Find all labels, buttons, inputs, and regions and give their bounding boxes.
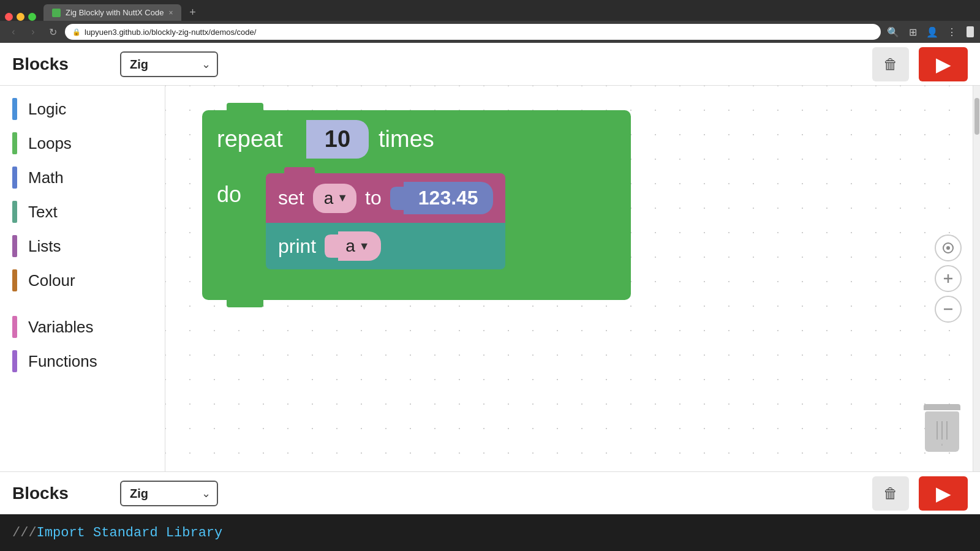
- run-icon: ▶: [936, 53, 951, 76]
- lists-color-bar: [12, 235, 17, 257]
- top-toolbar: Blocks Zig JavaScript Python ⌄ 🗑 ▶: [0, 43, 980, 86]
- language-select[interactable]: Zig JavaScript Python: [120, 51, 218, 77]
- top-blocks-label: Blocks: [12, 54, 110, 74]
- zoom-reset-btn[interactable]: [935, 234, 962, 261]
- code-comment: ///: [12, 525, 37, 541]
- sidebar-item-text[interactable]: Text: [0, 195, 165, 229]
- trash-body-icon: +: [925, 411, 959, 452]
- scrollbar-vertical[interactable]: [973, 86, 980, 471]
- svg-text:+: +: [939, 441, 944, 446]
- code-text: Import Standard Library: [37, 525, 223, 541]
- sidebar-item-functions[interactable]: Functions: [0, 344, 165, 378]
- minus-icon: [942, 303, 954, 315]
- tab-favicon: [52, 9, 61, 17]
- browser-chrome: Zig Blockly with NuttX Code × + ‹ › ↻ 🔒 …: [0, 0, 980, 43]
- print-var-wrapper: a ▼: [325, 231, 380, 261]
- number-value-display[interactable]: 123.45: [404, 182, 493, 214]
- minimize-window-btn[interactable]: [17, 13, 24, 21]
- profile-btn[interactable]: 👤: [925, 24, 940, 39]
- repeat-block[interactable]: repeat 10 times do: [202, 110, 631, 300]
- browser-tab[interactable]: Zig Blockly with NuttX Code ×: [43, 4, 181, 21]
- to-label: to: [365, 187, 382, 209]
- run-button[interactable]: ▶: [919, 47, 968, 81]
- number-connector-left: [390, 187, 404, 210]
- sidebar-item-math[interactable]: Math: [0, 160, 165, 195]
- bottom-language-select-wrapper: Zig JavaScript Python ⌄: [120, 481, 218, 506]
- repeat-label: repeat: [217, 126, 283, 152]
- set-block[interactable]: set a ▼ to: [266, 173, 505, 223]
- app-container: Blocks Zig JavaScript Python ⌄ 🗑 ▶ Logic: [0, 43, 980, 551]
- bottom-toolbar: Blocks Zig JavaScript Python ⌄ 🗑 ▶: [0, 471, 980, 514]
- blocks-canvas: repeat 10 times do: [202, 110, 631, 300]
- sidebar-item-lists[interactable]: Lists: [0, 229, 165, 263]
- set-label: set: [278, 187, 304, 209]
- code-output: /// Import Standard Library: [0, 514, 980, 551]
- forward-btn[interactable]: ›: [26, 24, 40, 39]
- repeat-number-input[interactable]: 10: [306, 120, 369, 159]
- workspace[interactable]: repeat 10 times do: [165, 86, 980, 471]
- sidebar-label-lists: Lists: [28, 237, 61, 256]
- refresh-btn[interactable]: ↻: [45, 24, 60, 39]
- address-bar[interactable]: 🔒 lupyuen3.github.io/blockly-zig-nuttx/d…: [65, 24, 881, 40]
- trash-lines-icon: +: [931, 418, 953, 446]
- search-btn[interactable]: 🔍: [886, 24, 900, 39]
- math-color-bar: [12, 167, 17, 189]
- sidebar-label-math: Math: [28, 168, 64, 187]
- sidebar-item-colour[interactable]: Colour: [0, 263, 165, 298]
- inner-blocks-stack: set a ▼ to: [266, 173, 505, 269]
- var-a-pill[interactable]: a ▼: [313, 184, 356, 213]
- sidebar-item-loops[interactable]: Loops: [0, 126, 165, 160]
- back-btn[interactable]: ‹: [6, 24, 21, 39]
- times-label: times: [379, 126, 434, 152]
- repeat-row: repeat 10 times: [217, 120, 616, 159]
- print-var-label: a: [345, 236, 355, 256]
- maximize-window-btn[interactable]: [28, 13, 36, 21]
- print-label: print: [278, 235, 316, 258]
- zoom-controls: [935, 234, 962, 323]
- menu-btn[interactable]: ⋮: [944, 24, 959, 39]
- workspace-trash[interactable]: +: [922, 404, 962, 453]
- tab-close-btn[interactable]: ×: [168, 9, 173, 17]
- new-tab-btn[interactable]: +: [184, 4, 201, 21]
- language-select-wrapper: Zig JavaScript Python ⌄: [120, 51, 218, 77]
- center-icon: [942, 242, 954, 254]
- var-a-label: a: [324, 189, 334, 208]
- sidebar-label-text: Text: [28, 203, 58, 222]
- sidebar: Logic Loops Math Text Lists Colour: [0, 86, 165, 471]
- do-row: do set a: [217, 173, 616, 269]
- address-text: lupyuen3.github.io/blockly-zig-nuttx/dem…: [85, 28, 256, 37]
- print-var-pill[interactable]: a ▼: [338, 231, 380, 261]
- bottom-trash-button[interactable]: 🗑: [872, 476, 909, 511]
- sidebar-label-logic: Logic: [28, 100, 66, 119]
- trash-button[interactable]: 🗑: [872, 47, 909, 81]
- print-block[interactable]: print a ▼: [266, 223, 505, 269]
- browser-nav: ‹ › ↻ 🔒 lupyuen3.github.io/blockly-zig-n…: [0, 21, 980, 43]
- trash-icon: 🗑: [883, 56, 898, 73]
- bottom-run-button[interactable]: ▶: [919, 476, 968, 511]
- bottom-language-select[interactable]: Zig JavaScript Python: [120, 481, 218, 506]
- text-color-bar: [12, 201, 17, 223]
- zoom-out-btn[interactable]: [935, 296, 962, 323]
- sidebar-label-loops: Loops: [28, 134, 72, 153]
- tab-title: Zig Blockly with NuttX Code: [66, 8, 164, 17]
- close-window-btn[interactable]: [5, 13, 13, 21]
- trash-lid: [924, 404, 960, 410]
- functions-color-bar: [12, 350, 17, 372]
- bottom-blocks-label: Blocks: [12, 484, 110, 503]
- browser-tabs: Zig Blockly with NuttX Code × +: [0, 0, 980, 21]
- sidebar-label-functions: Functions: [28, 352, 97, 371]
- print-connector-left: [325, 234, 338, 258]
- sidebar-item-variables[interactable]: Variables: [0, 310, 165, 344]
- scrollbar-thumb[interactable]: [974, 98, 979, 135]
- do-label: do: [217, 173, 254, 208]
- extensions-btn[interactable]: ⊞: [905, 24, 920, 39]
- bottom-run-icon: ▶: [936, 482, 951, 505]
- zoom-in-btn[interactable]: [935, 265, 962, 292]
- plus-icon: [942, 272, 954, 285]
- sidebar-item-logic[interactable]: Logic: [0, 92, 165, 126]
- svg-point-1: [946, 246, 950, 250]
- lock-icon: 🔒: [72, 28, 81, 36]
- sidebar-toggle-btn[interactable]: [967, 26, 974, 37]
- print-var-arrow-icon: ▼: [359, 240, 370, 253]
- sidebar-label-variables: Variables: [28, 318, 93, 337]
